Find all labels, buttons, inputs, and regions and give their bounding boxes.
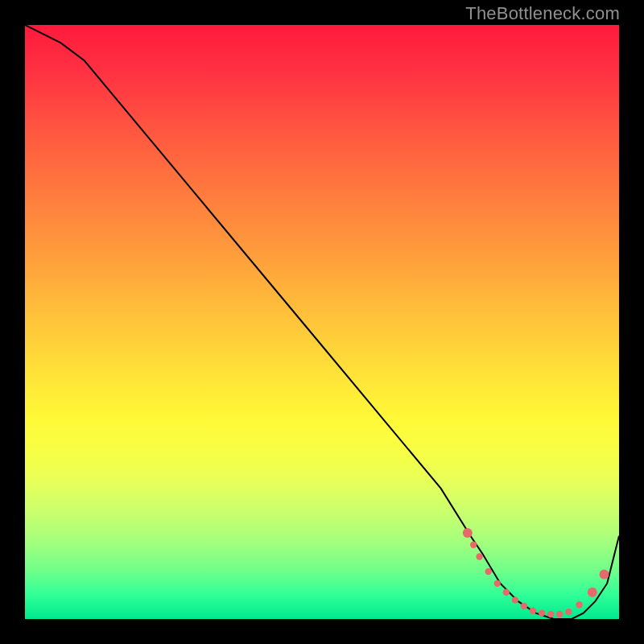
- trough-marker: [600, 570, 609, 580]
- trough-marker: [463, 528, 473, 538]
- heat-plot: [25, 25, 619, 619]
- trough-marker: [503, 589, 510, 596]
- trough-marker: [470, 542, 477, 548]
- trough-marker: [521, 603, 527, 609]
- trough-marker: [539, 609, 545, 616]
- trough-marker: [494, 580, 501, 587]
- trough-marker: [512, 597, 518, 603]
- trough-marker: [476, 553, 482, 559]
- curve-layer: [25, 25, 619, 619]
- trough-marker: [530, 608, 536, 614]
- trough-marker: [556, 611, 563, 617]
- trough-marker: [547, 611, 554, 617]
- watermark-text: TheBottleneck.com: [465, 3, 620, 24]
- trough-marker: [485, 568, 491, 575]
- chart-stage: TheBottleneck.com: [0, 0, 644, 644]
- bottleneck-curve-path: [25, 25, 619, 619]
- trough-marker: [588, 588, 597, 597]
- trough-marker: [576, 601, 582, 608]
- trough-marker: [565, 609, 572, 615]
